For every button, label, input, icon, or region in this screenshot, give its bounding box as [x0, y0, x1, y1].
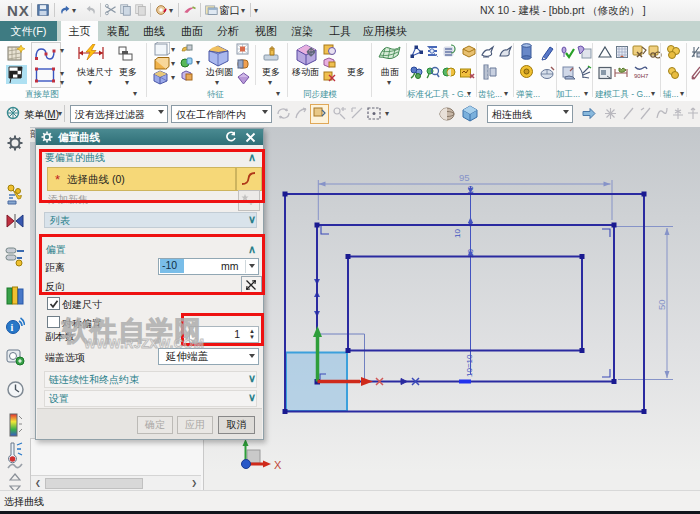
svg-text:10=10: 10=10	[465, 354, 474, 377]
svg-text:i: i	[11, 322, 14, 333]
svg-text:90H7: 90H7	[634, 73, 649, 79]
svg-text:10: 10	[453, 229, 462, 238]
svg-text:95: 95	[459, 172, 470, 183]
svg-text:X: X	[274, 459, 282, 471]
svg-text:50: 50	[656, 299, 667, 310]
